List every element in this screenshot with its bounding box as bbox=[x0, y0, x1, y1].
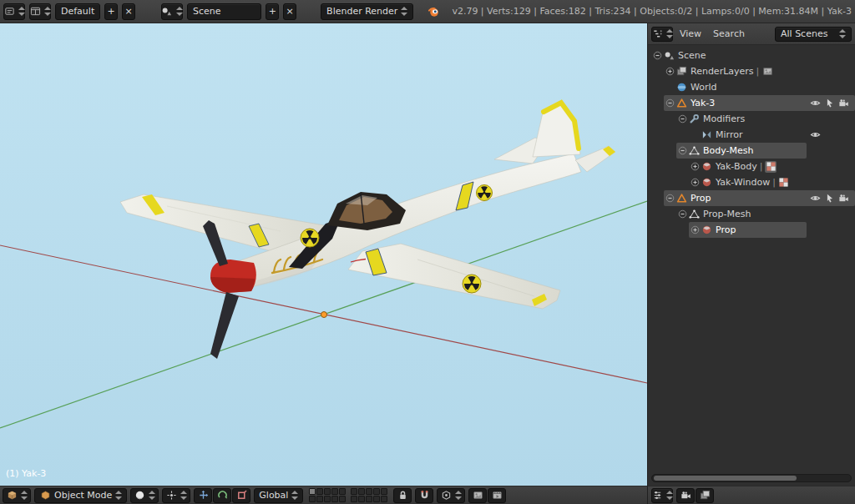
layout-browse-button[interactable] bbox=[29, 3, 51, 20]
outliner-row[interactable]: World bbox=[648, 79, 855, 95]
outliner-row[interactable]: Scene bbox=[648, 48, 855, 63]
editor-type-button[interactable] bbox=[3, 3, 25, 20]
outliner-item-label[interactable]: Prop bbox=[691, 193, 711, 204]
layer-toggle[interactable] bbox=[358, 488, 365, 495]
layout-add-button[interactable]: + bbox=[104, 3, 118, 20]
outliner-row[interactable]: Yak-3 bbox=[648, 95, 855, 111]
layer-toggle[interactable] bbox=[366, 488, 372, 495]
outliner-row[interactable]: Modifiers bbox=[648, 111, 855, 127]
outliner-item-label[interactable]: Prop bbox=[716, 224, 736, 235]
outliner-row[interactable]: RenderLayers| bbox=[648, 63, 855, 79]
layer-toggle[interactable] bbox=[309, 488, 316, 495]
snap-toggle-button[interactable] bbox=[415, 488, 433, 503]
collapse-icon[interactable] bbox=[664, 98, 675, 109]
layer-toggle[interactable] bbox=[373, 496, 380, 502]
outliner-row[interactable]: Prop bbox=[648, 222, 855, 238]
outliner-row[interactable]: Prop-Mesh bbox=[648, 206, 855, 222]
layer-toggle[interactable] bbox=[309, 496, 316, 502]
layer-toggle[interactable] bbox=[351, 496, 357, 502]
outliner-item-label[interactable]: Scene bbox=[678, 50, 706, 61]
3d-viewport[interactable]: (1) Yak-3 bbox=[0, 23, 647, 486]
scene-name-field[interactable]: Scene bbox=[187, 3, 261, 20]
outliner-item-label[interactable]: Modifiers bbox=[703, 113, 745, 124]
expand-icon[interactable] bbox=[689, 177, 701, 189]
mode-selector[interactable]: Object Mode bbox=[34, 488, 127, 503]
editor-type-button[interactable] bbox=[651, 488, 673, 503]
collapse-icon[interactable] bbox=[676, 145, 688, 157]
cursor-icon[interactable] bbox=[823, 98, 835, 109]
render-still-button[interactable] bbox=[468, 488, 487, 503]
expand-icon[interactable] bbox=[664, 66, 675, 78]
collapse-icon[interactable] bbox=[664, 193, 675, 204]
cursor-icon[interactable] bbox=[823, 193, 835, 204]
layer-toggle[interactable] bbox=[366, 496, 372, 502]
pivot-selector[interactable] bbox=[162, 488, 190, 503]
scene-browse-button[interactable] bbox=[161, 3, 183, 20]
layout-name-field[interactable]: Default bbox=[55, 3, 100, 20]
display-filter-selector[interactable]: All Scenes bbox=[775, 27, 852, 42]
camera-button[interactable] bbox=[676, 488, 695, 503]
outliner-item-label[interactable]: Yak-Window bbox=[716, 177, 770, 188]
rotate-manipulator-button[interactable] bbox=[213, 488, 231, 503]
outliner-row[interactable]: Prop bbox=[648, 190, 855, 206]
eye-icon[interactable] bbox=[809, 129, 821, 141]
search-menu[interactable]: Search bbox=[708, 27, 750, 41]
renderlayers-toggle-icon[interactable] bbox=[761, 66, 773, 78]
layout-close-button[interactable]: × bbox=[122, 3, 135, 20]
scene-icon bbox=[663, 50, 675, 62]
shading-selector[interactable] bbox=[130, 488, 159, 503]
layer-toggle[interactable] bbox=[324, 488, 331, 495]
outliner-item-label[interactable]: Prop-Mesh bbox=[703, 209, 751, 219]
layer-toggle[interactable] bbox=[331, 488, 338, 495]
outliner-item-label[interactable]: Yak-3 bbox=[691, 98, 715, 108]
editor-type-button[interactable] bbox=[651, 27, 673, 42]
layer-toggle[interactable] bbox=[324, 496, 331, 502]
expand-icon[interactable] bbox=[689, 161, 701, 173]
layer-toggle[interactable] bbox=[373, 488, 380, 495]
lock-to-scene-button[interactable] bbox=[393, 488, 412, 503]
yak3-model[interactable] bbox=[120, 102, 615, 359]
expand-icon[interactable] bbox=[689, 224, 701, 236]
layer-toggle[interactable] bbox=[339, 496, 346, 502]
outliner-item-label[interactable]: Body-Mesh bbox=[703, 145, 754, 156]
scrollbar-thumb[interactable] bbox=[654, 476, 797, 481]
outliner-item-label[interactable]: Mirror bbox=[716, 129, 742, 140]
renderlayers-button[interactable] bbox=[696, 488, 714, 503]
outliner-item-label[interactable]: RenderLayers bbox=[691, 66, 754, 77]
layer-toggle[interactable] bbox=[316, 488, 323, 495]
render-engine-selector[interactable]: Blender Render bbox=[321, 3, 413, 20]
collapse-icon[interactable] bbox=[676, 209, 688, 220]
outliner-row[interactable]: Mirror bbox=[648, 127, 855, 143]
orientation-selector[interactable]: Global bbox=[254, 488, 303, 503]
outliner-row[interactable]: Body-Mesh bbox=[648, 143, 855, 159]
horizontal-scrollbar[interactable] bbox=[651, 474, 852, 482]
layer-toggle[interactable] bbox=[358, 496, 365, 502]
texture-icon[interactable] bbox=[778, 177, 790, 189]
layer-toggle[interactable] bbox=[331, 496, 338, 502]
outliner-row[interactable]: Yak-Window| bbox=[648, 174, 855, 190]
collapse-icon[interactable] bbox=[651, 50, 663, 62]
outliner-item-label[interactable]: Yak-Body bbox=[716, 161, 757, 172]
render-anim-button[interactable] bbox=[488, 488, 506, 503]
outliner-item-label[interactable]: World bbox=[691, 82, 717, 93]
camera-icon[interactable] bbox=[837, 98, 849, 109]
origin-point[interactable] bbox=[321, 312, 327, 318]
editor-type-button[interactable] bbox=[3, 488, 31, 503]
snap-element-selector[interactable] bbox=[437, 488, 465, 503]
eye-icon[interactable] bbox=[809, 193, 821, 204]
collapse-icon[interactable] bbox=[676, 113, 688, 125]
translate-manipulator-button[interactable] bbox=[194, 488, 212, 503]
view-menu[interactable]: View bbox=[675, 27, 706, 41]
outliner-row[interactable]: Yak-Body| bbox=[648, 159, 855, 174]
eye-icon[interactable] bbox=[809, 98, 821, 109]
scale-manipulator-button[interactable] bbox=[232, 488, 250, 503]
scene-add-button[interactable]: + bbox=[266, 3, 279, 20]
layer-toggle[interactable] bbox=[316, 496, 323, 502]
texture-icon[interactable] bbox=[765, 161, 777, 173]
layer-toggle[interactable] bbox=[351, 488, 357, 495]
layer-toggle[interactable] bbox=[381, 496, 387, 502]
layer-toggle[interactable] bbox=[339, 488, 346, 495]
scene-close-button[interactable]: × bbox=[283, 3, 296, 20]
camera-icon[interactable] bbox=[837, 193, 849, 204]
layer-toggle[interactable] bbox=[381, 488, 387, 495]
